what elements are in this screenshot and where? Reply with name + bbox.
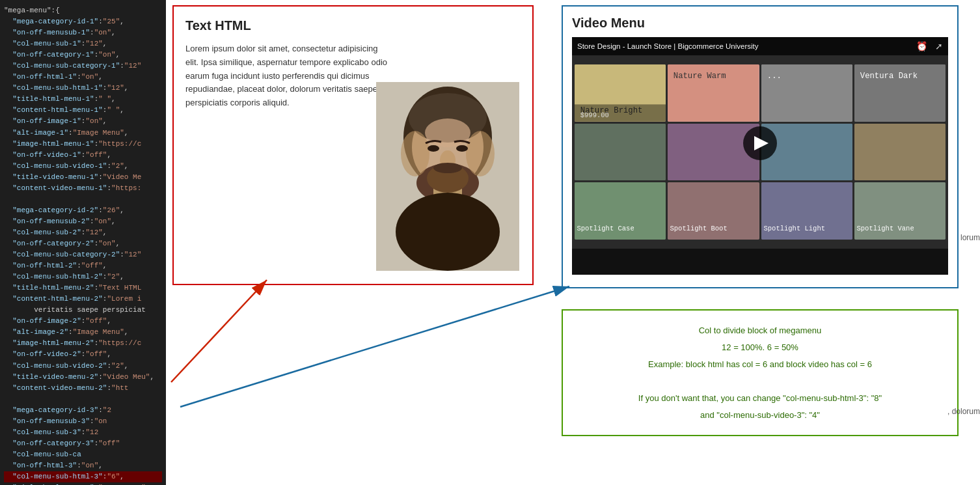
- svg-rect-28: [854, 124, 946, 181]
- video-menu-box: Video Menu Store Design - Launch Store |…: [562, 5, 959, 288]
- clock-icon: ⏰: [916, 41, 927, 51]
- portrait-svg: [376, 82, 519, 271]
- info-spacer: [638, 373, 882, 390]
- code-line: "on-off-video-1":"off",: [4, 150, 162, 161]
- svg-point-12: [433, 163, 462, 173]
- code-line: "col-menu-sub-html-1":"12",: [4, 83, 162, 94]
- code-line: "col-menu-sub-2":"12",: [4, 227, 162, 238]
- info-line-6: and "col-menu-sub-video-3": "4": [638, 407, 882, 424]
- grid-cell-1: Nature Bright$999.00: [575, 64, 666, 122]
- share-icon: ➚: [935, 41, 943, 51]
- code-line: "on-off-menusub-3":"on: [4, 416, 162, 427]
- svg-text:Ventura Dark: Ventura Dark: [860, 72, 918, 81]
- code-line: "title-video-menu-1":"Video Me: [4, 172, 162, 183]
- code-line: "col-menu-sub-ca: [4, 449, 162, 460]
- video-title-bar: Store Design - Launch Store | Bigcommerc…: [572, 37, 948, 55]
- grid-cell-5: [575, 124, 666, 181]
- code-line: "content-video-menu-2":"htt: [4, 383, 162, 394]
- code-line: "title-html-menu-1":" ",: [4, 94, 162, 105]
- grid-cell-12: Spotlight Vane: [854, 182, 946, 240]
- svg-text:Nature Warm: Nature Warm: [674, 72, 726, 81]
- code-line: "title-video-menu-2":"Video Meu",: [4, 372, 162, 383]
- code-panel: "mega-menu":{ "mega-category-id-1":"25",…: [0, 0, 166, 485]
- video-title-text: Store Design - Launch Store | Bigcommerc…: [577, 42, 758, 50]
- grid-cell-9: Spotlight Case: [575, 182, 666, 240]
- svg-text:$999.00: $999.00: [580, 111, 609, 119]
- code-line: [4, 394, 162, 405]
- code-line: veritatis saepe perspiciat: [4, 305, 162, 316]
- play-triangle-icon: [754, 136, 769, 150]
- svg-point-13: [428, 145, 439, 152]
- code-line: "mega-category-id-3":"2: [4, 405, 162, 416]
- code-line: "image-html-menu-1":"https://c: [4, 139, 162, 150]
- svg-point-9: [425, 118, 470, 147]
- code-line: "on-off-category-2":"on",: [4, 238, 162, 249]
- code-line: "on-off-image-1":"on",: [4, 116, 162, 127]
- code-line: "content-html-menu-1":" ",: [4, 105, 162, 116]
- svg-text:Spotlight Case: Spotlight Case: [577, 225, 634, 232]
- svg-text:...: ...: [767, 72, 781, 81]
- svg-rect-27: [761, 124, 852, 181]
- grid-cell-10: Spotlight Boot: [668, 182, 759, 240]
- code-line: "content-html-menu-2":"Lorem i: [4, 294, 162, 305]
- info-box: Col to divide block of megamenu 12 = 100…: [562, 309, 959, 436]
- video-thumbnail[interactable]: Store Design - Launch Store | Bigcommerc…: [572, 37, 948, 275]
- info-line-2: 12 = 100%. 6 = 50%: [638, 339, 882, 356]
- code-line: "on-off-image-2":"off",: [4, 316, 162, 327]
- info-line-1: Col to divide block of megamenu: [638, 322, 882, 339]
- svg-rect-25: [575, 124, 666, 181]
- code-line: "on-off-html-3":"on",: [4, 460, 162, 471]
- code-line: "col-menu-sub-category-1":"12": [4, 61, 162, 72]
- info-line-3: Example: block html has col = 6 and bloc…: [638, 356, 882, 373]
- code-line: "on-off-html-2":"off",: [4, 260, 162, 271]
- dolorum-text: , dolorum: [947, 407, 980, 416]
- svg-text:Spotlight Boot: Spotlight Boot: [670, 225, 728, 232]
- grid-cell-11: Spotlight Light: [761, 182, 852, 240]
- grid-cell-8: [854, 124, 946, 181]
- portrait-image: [376, 82, 519, 271]
- main-content: Text HTML Lorem ipsum dolor sit amet, co…: [166, 0, 980, 485]
- info-box-content: Col to divide block of megamenu 12 = 100…: [638, 322, 882, 424]
- text-html-box: Text HTML Lorem ipsum dolor sit amet, co…: [172, 5, 534, 285]
- video-bottom-bar: [572, 249, 948, 275]
- grid-cell-2: Nature Warm: [668, 64, 759, 122]
- code-line: "on-off-video-2":"off",: [4, 349, 162, 360]
- blue-arrow-line: [180, 286, 569, 407]
- code-line: "on-off-menusub-1":"on",: [4, 27, 162, 38]
- info-line-5: If you don't want that, you can change "…: [638, 390, 882, 407]
- code-line: "col-menu-sub-3":"12: [4, 427, 162, 438]
- code-line: "alt-image-2":"Image Menu",: [4, 327, 162, 338]
- code-line: "mega-category-id-1":"25",: [4, 16, 162, 27]
- code-line: "mega-menu":{: [4, 5, 162, 16]
- code-line: "col-menu-sub-video-1":"2",: [4, 161, 162, 172]
- code-line: "alt-image-1":"Image Menu",: [4, 128, 162, 139]
- grid-cell-3: ...: [761, 64, 852, 122]
- code-line: "on-off-category-1":"on",: [4, 49, 162, 61]
- grid-cell-7: [761, 124, 852, 181]
- svg-point-7: [401, 131, 429, 176]
- code-line: "col-menu-sub-video-2":"2",: [4, 361, 162, 372]
- lorum-text: lorum: [960, 233, 980, 242]
- highlighted-col-html-3: "col-menu-sub-html-3":"6",: [4, 471, 162, 482]
- code-line: "on-off-html-1":"on",: [4, 72, 162, 83]
- code-line: "title-html-menu-3":"Text HTML",: [4, 482, 162, 485]
- code-line: "content-video-menu-1":"https:: [4, 183, 162, 194]
- code-line: "title-html-menu-2":"Text HTML: [4, 283, 162, 294]
- video-icon-group: ⏰ ➚: [916, 41, 943, 51]
- code-line: "col-menu-sub-category-2":"12": [4, 249, 162, 260]
- svg-point-8: [466, 131, 495, 176]
- svg-text:Spotlight Vane: Spotlight Vane: [856, 225, 914, 232]
- code-line: "col-menu-sub-html-2":"2",: [4, 271, 162, 283]
- text-html-body: Lorem ipsum dolor sit amet, consectetur …: [185, 42, 387, 110]
- code-line: "col-menu-sub-1":"12",: [4, 38, 162, 49]
- code-line: "mega-category-id-2":"26",: [4, 205, 162, 216]
- svg-point-5: [396, 193, 500, 271]
- grid-cell-4: Ventura Dark: [854, 64, 946, 122]
- code-line: "on-off-category-3":"off": [4, 438, 162, 449]
- code-line: "on-off-menusub-2":"on",: [4, 216, 162, 227]
- code-line: [4, 194, 162, 205]
- svg-point-14: [456, 145, 468, 152]
- code-line: "image-html-menu-2":"https://c: [4, 338, 162, 349]
- video-menu-title: Video Menu: [572, 16, 948, 31]
- red-arrow-line: [171, 280, 267, 382]
